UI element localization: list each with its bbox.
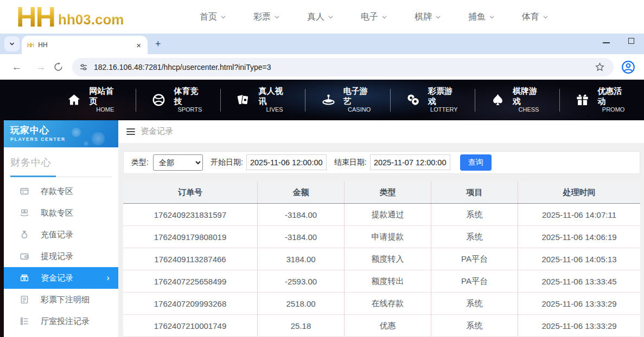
table-row: 1762409179808019-3184.00申请提款系统2025-11-06… [123, 226, 640, 248]
profile-avatar-icon[interactable] [621, 60, 635, 74]
sidebar-item-7[interactable]: 玩家投注报表 [4, 332, 118, 337]
menu-toggle-icon[interactable] [126, 128, 135, 135]
start-date-label: 开始日期: [211, 158, 243, 167]
sidebar-section-underline [10, 176, 112, 177]
table-cell: 1762407209993268 [123, 293, 258, 314]
bookmark-star-icon[interactable] [595, 62, 605, 72]
left-edge-strip [0, 120, 4, 337]
omnibox[interactable]: 182.16.106.48:7281/hhcp/usercenter.html?… [72, 58, 614, 76]
table-cell: 提款通过 [345, 204, 431, 225]
table-body: 1762409231831597-3184.00提款通过系统2025-11-06… [123, 204, 640, 337]
chevron-down-icon [274, 14, 280, 20]
table-cell: 2025-11-06 14:06:19 [518, 226, 640, 248]
top-nav-item-4[interactable]: 棋牌 [415, 11, 441, 23]
chevron-down-icon [381, 14, 387, 20]
site-logo[interactable]: HH hh03.com [16, 4, 174, 30]
table-cell: 系统 [431, 204, 518, 225]
main-nav-item-0[interactable]: 网站首页 HOME [52, 86, 136, 114]
browser-address-bar: ← → 182.16.106.48:7281/hhcp/usercenter.h… [0, 54, 644, 80]
top-nav-item-5[interactable]: 捕鱼 [468, 11, 495, 23]
table-cell: 额度转入 [345, 248, 431, 270]
top-nav-item-3[interactable]: 电子 [361, 11, 387, 23]
site-settings-icon[interactable] [79, 62, 88, 72]
reload-button[interactable] [53, 62, 63, 72]
end-date-input[interactable] [370, 154, 450, 170]
window-minimize-button[interactable] [603, 42, 610, 43]
sidebar-item-2[interactable]: 充值记录 [4, 224, 118, 245]
forward-button[interactable]: → [34, 61, 48, 73]
table-cell: 系统 [431, 293, 518, 314]
sidebar-item-3[interactable]: 提现记录 [4, 245, 118, 267]
sidebar-item-1[interactable]: 取款专区 [4, 202, 118, 224]
gift-icon [575, 92, 590, 108]
table-row: 1762409231831597-3184.00提款通过系统2025-11-06… [123, 204, 640, 226]
back-button[interactable]: ← [10, 61, 24, 73]
table-header-row: 订单号金额类型项目处理时间 [123, 182, 640, 204]
tab-search-button[interactable] [4, 36, 20, 51]
tab-close-icon[interactable]: × [134, 41, 143, 50]
tab-favicon-icon: H H [27, 42, 34, 48]
top-nav-item-1[interactable]: 彩票 [253, 11, 280, 23]
browser-tab[interactable]: H H HH × [22, 36, 148, 54]
window-maximize-button[interactable] [628, 38, 634, 44]
main-nav-item-1[interactable]: 体育竞技 SPORTS [136, 86, 220, 114]
top-nav-item-0[interactable]: 首页 [200, 11, 226, 23]
table-cell: 2025-11-06 13:33:29 [518, 293, 640, 314]
playing-cards-icon [235, 92, 251, 108]
sidebar-item-4[interactable]: 资金记录› [4, 267, 118, 289]
lottery-balls-icon [405, 92, 421, 108]
tab-title: HH [38, 41, 134, 49]
table-cell: -3184.00 [258, 226, 345, 248]
start-date-input[interactable] [246, 154, 327, 170]
url-text[interactable]: 182.16.106.48:7281/hhcp/usercenter.html?… [94, 63, 595, 72]
type-label: 类型: [131, 158, 149, 167]
window-controls [603, 38, 634, 44]
column-header: 类型 [345, 182, 431, 203]
sidebar: 玩家中心 PLAYERS CENTER 财务中心 存款专区 取款专区 充值记录 … [4, 120, 118, 337]
document-list-icon [19, 295, 30, 304]
table-row: 17624072099932682518.00在线存款系统2025-11-06 … [123, 293, 640, 315]
search-button[interactable]: 查询 [460, 154, 492, 171]
table-cell: 2025-11-06 14:07:11 [518, 204, 640, 225]
checklist-icon [19, 316, 30, 326]
table-cell: PA平台 [431, 248, 518, 270]
main-nav-item-2[interactable]: 真人视讯 LIVES [221, 86, 305, 114]
main-nav-item-5[interactable]: 棋牌游戏 CHESS [475, 86, 559, 114]
new-tab-button[interactable]: + [155, 38, 161, 50]
sidebar-item-0[interactable]: 存款专区 [4, 180, 118, 202]
wallet-icon [19, 251, 30, 261]
site-header: HH hh03.com 首页彩票真人电子棋牌捕鱼体育 [0, 0, 644, 34]
table-cell: 2025-11-06 13:33:45 [518, 270, 640, 292]
table-cell: 25.18 [258, 315, 345, 336]
sidebar-header: 玩家中心 PLAYERS CENTER [4, 120, 118, 147]
page-title: 资金记录 [141, 126, 173, 137]
chevron-down-icon [435, 14, 441, 20]
chevron-down-icon [543, 14, 549, 20]
top-nav-item-6[interactable]: 体育 [522, 11, 549, 23]
type-select[interactable]: 全部 [153, 154, 203, 171]
sidebar-section: 财务中心 [10, 156, 112, 177]
table-cell: 系统 [431, 315, 518, 336]
sidebar-item-6[interactable]: 厅室投注记录 [4, 310, 118, 332]
chevron-right-icon: › [106, 273, 110, 283]
logo-domain-text: hh03.com [58, 11, 124, 28]
sidebar-item-5[interactable]: 彩票下注明细 [4, 289, 118, 310]
main-nav-item-6[interactable]: 优惠活动 PROMO [560, 86, 644, 114]
table-cell: 额度转出 [345, 270, 431, 292]
reload-icon [53, 62, 63, 72]
top-nav-item-2[interactable]: 真人 [307, 11, 334, 23]
deposit-card-icon [19, 186, 30, 196]
column-header: 金额 [258, 182, 345, 203]
chevron-down-icon [220, 14, 226, 20]
site-top-nav: 首页彩票真人电子棋牌捕鱼体育 [200, 11, 549, 23]
table-cell: 1762407225658499 [123, 270, 258, 292]
column-header: 处理时间 [518, 182, 640, 203]
chevron-down-icon [489, 14, 495, 20]
main-nav-item-4[interactable]: 彩票游戏 LOTTERY [391, 86, 475, 114]
breadcrumb: 资金记录 [118, 120, 644, 143]
table-cell: 2025-11-06 13:33:29 [518, 315, 640, 336]
table-cell: 优惠 [345, 315, 431, 336]
main-nav-item-3[interactable]: 电子游艺 CASINO [305, 86, 390, 114]
spade-icon [490, 92, 506, 108]
table-cell: 3184.00 [258, 248, 345, 270]
